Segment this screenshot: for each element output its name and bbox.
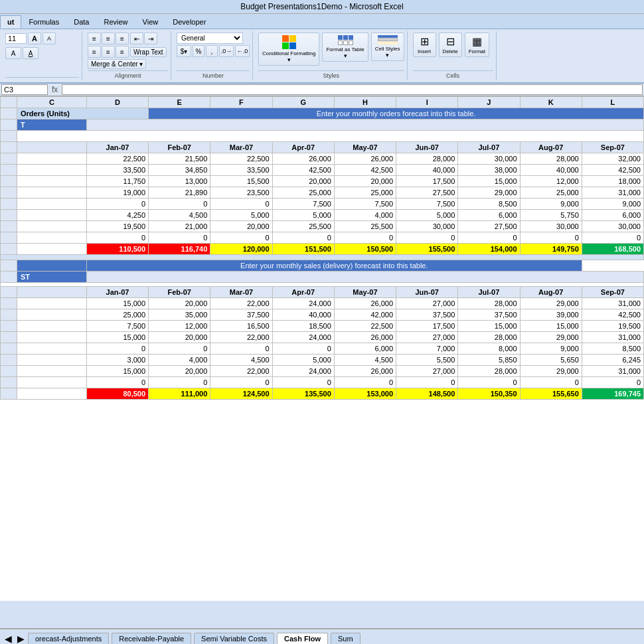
font-size-input[interactable] — [5, 33, 27, 44]
font-size-down-btn[interactable]: A — [42, 33, 56, 44]
s2-data-row-6: 3,000 4,000 4,500 5,000 4,500 5,500 5,85… — [1, 355, 644, 366]
cell-styles-btn[interactable]: Cell Styles ▾ — [371, 33, 404, 61]
col-d-header: D — [86, 97, 148, 108]
s2-jun: Jun-07 — [396, 287, 458, 298]
conditional-formatting-btn[interactable]: Conditional Formatting ▾ — [258, 33, 319, 66]
s1-total-row: 110,500 116,740 120,000 151,500 150,500 … — [1, 244, 644, 255]
cells-group: ⊞ Insert ⊟ Delete ▦ Format Cells — [410, 31, 497, 80]
s2-jan: Jan-07 — [86, 287, 148, 298]
font-color-btn[interactable]: A — [23, 47, 39, 59]
wrap-text-btn[interactable]: Wrap Text — [130, 47, 167, 57]
col-j-header: J — [458, 97, 520, 108]
empty-row-1-num — [1, 131, 17, 142]
percent-btn[interactable]: % — [193, 45, 204, 57]
align-left-btn[interactable]: ≡ — [88, 46, 101, 58]
gap-row-1 — [1, 255, 644, 260]
col-c-header: C — [17, 97, 87, 108]
s2-jul: Jul-07 — [458, 287, 520, 298]
col-h-header: H — [334, 97, 396, 108]
currency-btn[interactable]: $▾ — [177, 45, 191, 57]
indent-increase-btn[interactable]: ⇥ — [144, 33, 157, 44]
s2-mar: Mar-07 — [210, 287, 272, 298]
spreadsheet-area: C D E F G H I J K L Orders (Units) Enter… — [0, 96, 644, 601]
tab-review[interactable]: Review — [96, 15, 135, 29]
t-row-empty — [86, 120, 643, 131]
s2-apr: Apr-07 — [272, 287, 334, 298]
insert-label: Insert — [418, 48, 431, 54]
formula-input[interactable] — [62, 84, 643, 95]
format-as-table-label: Format as Table — [326, 46, 364, 52]
indent-decrease-btn[interactable]: ⇤ — [130, 33, 143, 44]
tab-view[interactable]: View — [135, 15, 166, 29]
comma-btn[interactable]: , — [206, 45, 218, 57]
align-right-btn[interactable]: ≡ — [116, 46, 129, 58]
number-format-select[interactable]: General Number Currency Accounting Date … — [177, 33, 243, 44]
col-l-header: L — [582, 97, 643, 108]
s2-total-row: 80,500 111,000 124,500 135,500 153,000 1… — [1, 388, 644, 400]
font-group: A A A A — [3, 31, 82, 80]
align-bottom-btn[interactable]: ≡ — [116, 33, 129, 44]
cells-group-label: Cells — [413, 70, 493, 79]
s1-sep: Sep-07 — [582, 142, 643, 153]
s2-data-row-2: 25,000 35,000 37,500 40,000 42,000 37,50… — [1, 309, 644, 321]
alignment-group-label: Alignment — [88, 70, 168, 79]
insert-btn[interactable]: ⊞ Insert — [413, 33, 436, 57]
s1-may: May-07 — [334, 142, 396, 153]
section2-message: Enter your monthly sales (delivery) fore… — [86, 260, 582, 272]
sheet-tab-cashflow[interactable]: Cash Flow — [277, 633, 328, 644]
st-label2: ST — [17, 272, 87, 283]
sheet-tab-semi[interactable]: Semi Variable Costs — [194, 633, 274, 644]
empty-row-1 — [1, 131, 644, 142]
cell-styles-label: Cell Styles — [375, 46, 400, 52]
increase-decimal-btn[interactable]: .0→ — [219, 45, 234, 57]
wrap-text-label: Wrap Text — [133, 48, 163, 56]
alignment-group: ≡ ≡ ≡ ⇤ ⇥ ≡ ≡ ≡ Wrap Text — [85, 31, 171, 80]
decrease-decimal-btn[interactable]: ←.0 — [235, 45, 250, 57]
sheet-tab-receivable[interactable]: Receivable-Payable — [112, 633, 191, 644]
sheet-tab-forecast[interactable]: orecast-Adjustments — [28, 633, 109, 644]
month-row-1-num — [1, 142, 17, 153]
s1-aug: Aug-07 — [520, 142, 582, 153]
s2-data-row-1: 15,000 20,000 22,000 24,000 26,000 27,00… — [1, 298, 644, 309]
sheet-tab-nav-right[interactable]: ▶ — [15, 633, 27, 644]
sheet-tab-nav-left[interactable]: ◀ — [3, 633, 14, 644]
tab-data[interactable]: Data — [66, 15, 96, 29]
merge-center-btn[interactable]: Merge & Center ▾ — [88, 59, 146, 69]
section1-month-headers: Jan-07 Feb-07 Mar-07 Apr-07 May-07 Jun-0… — [1, 142, 644, 153]
row-2-num — [1, 120, 17, 131]
s1-data-row-8: 0 0 0 0 0 0 0 0 0 — [1, 232, 644, 244]
s1-data-row-4: 19,000 21,890 23,500 25,000 25,000 27,50… — [1, 187, 644, 199]
s2-data-row-5: 0 0 0 0 6,000 7,000 8,000 9,000 8,500 — [1, 343, 644, 355]
table-scroll[interactable]: C D E F G H I J K L Orders (Units) Enter… — [0, 96, 644, 601]
format-btn[interactable]: ▦ Format — [465, 33, 489, 57]
s1-mar: Mar-07 — [210, 142, 272, 153]
s1-data-row-5: 0 0 0 7,500 7,500 7,500 8,500 9,000 9,00… — [1, 199, 644, 210]
name-box[interactable] — [1, 84, 48, 95]
s1-data-row-1: 22,500 21,500 22,500 26,000 26,000 28,00… — [1, 153, 644, 165]
align-center-btn[interactable]: ≡ — [102, 46, 115, 58]
section2-header-row: Enter your monthly sales (delivery) fore… — [1, 260, 644, 272]
merge-center-label: Merge & Center — [91, 60, 138, 68]
sheet-tabs-bar: ◀ ▶ orecast-Adjustments Receivable-Payab… — [0, 628, 644, 644]
tab-developer[interactable]: Developer — [165, 15, 213, 29]
tab-formulas[interactable]: Formulas — [21, 15, 66, 29]
sheet-tab-sum[interactable]: Sum — [331, 633, 361, 644]
s1-apr: Apr-07 — [272, 142, 334, 153]
fill-color-btn[interactable]: A — [5, 47, 21, 59]
delete-btn[interactable]: ⊟ Delete — [439, 33, 462, 57]
s1-data-row-6: 4,250 4,500 5,000 5,000 4,000 5,000 6,00… — [1, 210, 644, 221]
format-as-table-btn[interactable]: Format as Table ▾ — [322, 33, 368, 62]
font-row1: A A — [5, 33, 56, 44]
tab-home[interactable]: ut — [0, 15, 21, 29]
s2-data-row-3: 7,500 12,000 16,500 18,500 22,500 17,500… — [1, 321, 644, 332]
col-f-header: F — [210, 97, 272, 108]
number-group-label: Number — [177, 70, 250, 79]
align-middle-btn[interactable]: ≡ — [102, 33, 115, 44]
align-top-btn[interactable]: ≡ — [88, 33, 101, 44]
s1-jan: Jan-07 — [86, 142, 148, 153]
s1-jun: Jun-07 — [396, 142, 458, 153]
font-size-up-btn[interactable]: A — [28, 33, 41, 44]
s1-data-row-2: 33,500 34,850 33,500 42,500 42,500 40,00… — [1, 165, 644, 176]
ribbon-tabs: ut Formulas Data Review View Developer — [0, 14, 644, 29]
col-e-header: E — [149, 97, 210, 108]
